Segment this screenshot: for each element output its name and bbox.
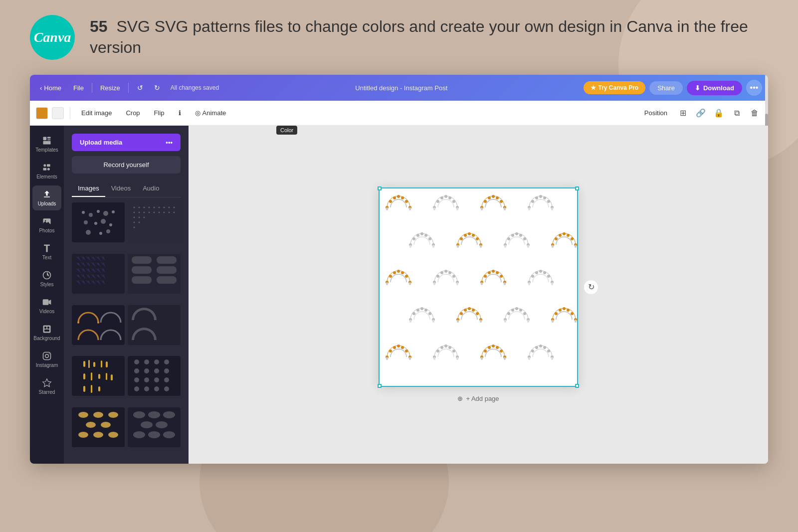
svg-point-103	[154, 386, 159, 391]
color-tooltip: Color	[276, 126, 297, 135]
try-pro-button[interactable]: ★ Try Canva Pro	[584, 81, 645, 94]
svg-point-41	[174, 207, 175, 208]
svg-point-53	[144, 217, 145, 218]
sidebar-item-instagram[interactable]: Instagram	[32, 347, 61, 372]
add-page-button[interactable]: ⊕ + Add page	[457, 395, 499, 402]
svg-point-39	[164, 207, 165, 208]
svg-point-52	[139, 217, 140, 218]
svg-point-43	[139, 212, 140, 213]
list-item[interactable]: 🌂🌂🌂🌂🌂🌂 🌂🌂🌂🌂🌂🌂 🌂🌂🌂🌂🌂🌂 🌂🌂🌂🌂🌂🌂 🌂🌂🌂🌂🌂🌂	[72, 254, 125, 294]
header-title-text: SVG SVG patterns files to change colors …	[90, 17, 748, 56]
list-item[interactable]	[128, 202, 181, 242]
canvas-frame[interactable]	[379, 187, 578, 387]
svg-point-26	[94, 222, 97, 225]
elements-icon	[42, 163, 52, 173]
upload-panel: Upload media ••• Record yourself Images …	[64, 126, 189, 464]
elements-label: Elements	[36, 174, 57, 179]
background-icon	[42, 324, 52, 334]
position-button[interactable]: Position	[639, 107, 672, 119]
svg-point-47	[159, 212, 160, 213]
undo-button[interactable]: ↺	[133, 80, 148, 95]
list-item[interactable]	[72, 407, 125, 447]
sidebar-item-videos[interactable]: Videos	[32, 293, 61, 318]
sidebar-item-starred[interactable]: Starred	[32, 374, 61, 399]
share-button[interactable]: Share	[649, 81, 683, 95]
list-item[interactable]	[128, 407, 181, 447]
header-title: 55 SVG SVG patterns files to change colo…	[90, 16, 768, 58]
svg-rect-78	[101, 360, 102, 367]
sidebar-item-templates[interactable]: Templates	[32, 132, 61, 157]
crop-button[interactable]: Crop	[121, 107, 145, 119]
text-icon	[42, 243, 52, 253]
svg-point-113	[108, 432, 118, 438]
resize-handle-bl[interactable]	[378, 384, 382, 388]
tab-audio[interactable]: Audio	[137, 180, 165, 197]
instagram-label: Instagram	[36, 362, 58, 368]
thumb-svg-9	[72, 407, 125, 447]
svg-point-27	[101, 219, 106, 224]
resize-handle-tr[interactable]	[575, 186, 579, 190]
svg-rect-67	[157, 266, 177, 274]
svg-point-4	[43, 164, 46, 167]
record-yourself-button[interactable]: Record yourself	[72, 156, 181, 174]
info-button[interactable]: ℹ	[174, 107, 186, 119]
svg-point-25	[84, 220, 88, 224]
list-item[interactable]	[128, 254, 181, 294]
link-button[interactable]: 🔗	[693, 106, 708, 121]
videos-icon	[42, 297, 52, 307]
svg-rect-85	[83, 386, 85, 392]
home-button[interactable]: ‹ Home	[36, 82, 65, 94]
animate-button[interactable]: ◎ Animate	[190, 107, 231, 119]
list-item[interactable]	[72, 305, 125, 345]
rotate-canvas-button[interactable]: ↻	[584, 280, 598, 294]
edit-image-button[interactable]: Edit image	[76, 107, 117, 119]
file-menu[interactable]: File	[69, 82, 88, 94]
list-item[interactable]	[128, 305, 181, 345]
svg-point-90	[144, 359, 149, 364]
svg-rect-16	[43, 353, 51, 360]
delete-button[interactable]: 🗑	[747, 106, 762, 121]
svg-rect-83	[106, 373, 107, 380]
main-content: Templates Elements Uploads	[30, 126, 768, 464]
download-button[interactable]: ⬇ Download	[687, 81, 742, 95]
color-swatch-light[interactable]	[52, 107, 64, 119]
list-item[interactable]	[72, 356, 125, 396]
duplicate-button[interactable]: ⧉	[729, 106, 744, 121]
list-item[interactable]	[128, 356, 181, 396]
lock-button[interactable]: 🔒	[711, 106, 726, 121]
svg-point-42	[134, 212, 135, 213]
flip-button[interactable]: Flip	[149, 107, 170, 119]
tab-images[interactable]: Images	[72, 180, 105, 197]
grid-view-button[interactable]: ⊞	[675, 106, 690, 121]
styles-icon	[42, 270, 52, 280]
color-swatch-orange[interactable]	[36, 107, 48, 119]
svg-rect-2	[47, 140, 51, 141]
resize-handle-br[interactable]	[575, 384, 579, 388]
resize-handle-tl[interactable]	[378, 186, 382, 190]
svg-text:🌂🌂🌂🌂🌂🌂: 🌂🌂🌂🌂🌂🌂	[76, 262, 106, 267]
tab-videos[interactable]: Videos	[105, 180, 137, 197]
videos-label: Videos	[39, 309, 54, 314]
sidebar-item-styles[interactable]: Styles	[32, 266, 61, 291]
svg-text:🌂🌂🌂🌂🌂🌂: 🌂🌂🌂🌂🌂🌂	[76, 256, 106, 261]
thumb-svg-7	[72, 356, 125, 396]
svg-rect-87	[98, 386, 100, 391]
uploads-label: Uploads	[38, 201, 56, 206]
upload-media-button[interactable]: Upload media •••	[72, 134, 181, 151]
sidebar-item-uploads[interactable]: Uploads	[32, 185, 61, 210]
svg-rect-1	[47, 137, 51, 139]
toolbar-right: Position ⊞ 🔗 🔒 ⧉ 🗑	[639, 106, 762, 121]
svg-point-49	[169, 212, 170, 213]
svg-point-102	[144, 386, 149, 391]
svg-rect-14	[47, 327, 49, 329]
sidebar-item-background[interactable]: Background	[32, 320, 61, 345]
navbar: ‹ Home File Resize ↺ ↻ All changes saved…	[30, 75, 768, 101]
nav-right: ★ Try Canva Pro Share ⬇ Download •••	[584, 80, 762, 96]
resize-button[interactable]: Resize	[96, 82, 124, 94]
sidebar-item-photos[interactable]: Photos	[32, 212, 61, 237]
sidebar-item-text[interactable]: Text	[32, 239, 61, 264]
redo-button[interactable]: ↻	[150, 80, 165, 95]
more-options-button[interactable]: •••	[746, 80, 762, 96]
sidebar-item-elements[interactable]: Elements	[32, 159, 61, 183]
list-item[interactable]	[72, 202, 125, 242]
